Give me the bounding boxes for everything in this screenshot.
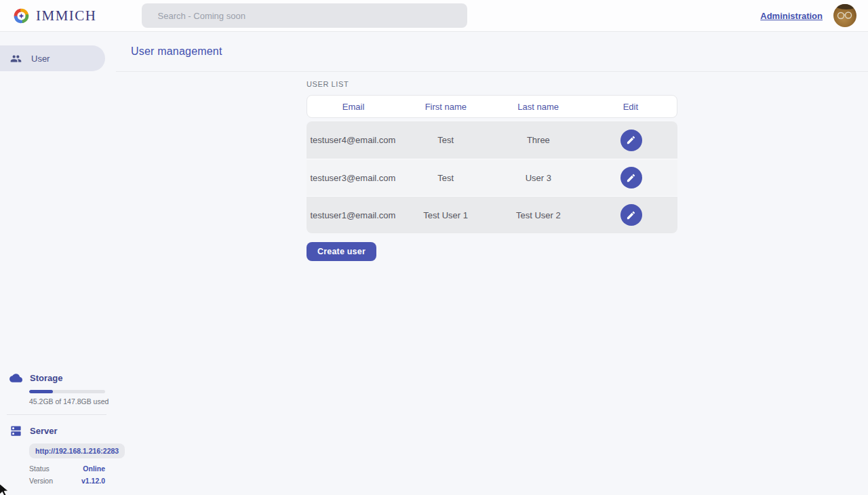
top-navbar: IMMICH Administration	[0, 0, 868, 32]
status-label: Status	[29, 464, 50, 473]
server-status-row: Status Online	[29, 464, 105, 473]
server-url-badge: http://192.168.1.216:2283	[29, 443, 125, 458]
create-user-button[interactable]: Create user	[307, 242, 376, 261]
table-row: testuser1@email.com Test User 1 Test Use…	[307, 196, 677, 233]
server-header: Server	[9, 424, 106, 437]
storage-usage-text: 45.2GB of 147.8GB used	[29, 397, 106, 405]
status-value: Online	[83, 464, 105, 473]
storage-title: Storage	[30, 373, 62, 383]
pencil-icon	[626, 135, 636, 145]
cell-email: testuser3@email.com	[307, 173, 399, 183]
admin-sidebar: User Storage 45.2GB of 147.8GB used	[0, 32, 116, 495]
edit-user-button[interactable]	[620, 130, 642, 151]
navbar-right: Administration	[760, 4, 868, 27]
section-label: USER LIST	[307, 80, 677, 88]
storage-header: Storage	[9, 372, 106, 384]
user-list-section: USER LIST Email First name Last name Edi…	[307, 80, 677, 261]
column-header-email: Email	[307, 102, 399, 112]
user-avatar[interactable]	[833, 4, 856, 27]
search-input[interactable]	[142, 3, 467, 28]
sidebar-item-users[interactable]: User	[0, 45, 105, 71]
column-header-first-name: First name	[399, 102, 492, 112]
pencil-icon	[626, 210, 636, 220]
storage-progress-fill	[29, 390, 53, 393]
server-title: Server	[30, 426, 57, 436]
pencil-icon	[626, 173, 636, 183]
users-icon	[10, 53, 22, 64]
page-title-bar: User management	[116, 32, 868, 72]
glasses-graphic	[835, 10, 854, 21]
storage-progress-bar	[29, 390, 105, 393]
cell-email: testuser4@email.com	[307, 135, 399, 145]
page-title: User management	[131, 45, 222, 58]
column-header-edit: Edit	[585, 102, 677, 112]
cell-last-name: Three	[492, 135, 585, 145]
edit-user-button[interactable]	[620, 167, 642, 189]
cell-email: testuser1@email.com	[307, 210, 399, 220]
cell-last-name: User 3	[492, 173, 585, 183]
immich-flower-icon	[12, 7, 31, 25]
search-bar	[142, 3, 467, 28]
logo-wordmark: IMMICH	[36, 7, 97, 24]
cloud-icon	[9, 372, 22, 384]
sidebar-status-panel: Storage 45.2GB of 147.8GB used Server ht…	[0, 372, 116, 485]
sidebar-item-label: User	[31, 54, 50, 64]
storage-body: 45.2GB of 147.8GB used	[29, 390, 106, 405]
server-version-row: Version v1.12.0	[29, 477, 105, 485]
table-row: testuser4@email.com Test Three	[307, 121, 677, 159]
version-value: v1.12.0	[81, 477, 105, 485]
cell-first-name: Test	[399, 135, 492, 145]
server-body: http://192.168.1.216:2283 Status Online …	[29, 437, 106, 485]
table-row: testuser3@email.com Test User 3	[307, 159, 677, 196]
main-content: User management USER LIST Email First na…	[116, 32, 868, 495]
table-body: testuser4@email.com Test Three testuser3…	[307, 121, 677, 233]
cell-last-name: Test User 2	[492, 210, 585, 220]
cell-first-name: Test User 1	[399, 210, 492, 220]
edit-user-button[interactable]	[620, 204, 642, 226]
column-header-last-name: Last name	[492, 102, 585, 112]
version-label: Version	[29, 477, 53, 485]
immich-logo[interactable]: IMMICH	[0, 7, 97, 25]
cell-first-name: Test	[399, 173, 492, 183]
table-header-row: Email First name Last name Edit	[307, 95, 677, 118]
sidebar-divider	[7, 414, 106, 415]
administration-link[interactable]: Administration	[760, 11, 823, 21]
dns-server-icon	[9, 424, 22, 437]
